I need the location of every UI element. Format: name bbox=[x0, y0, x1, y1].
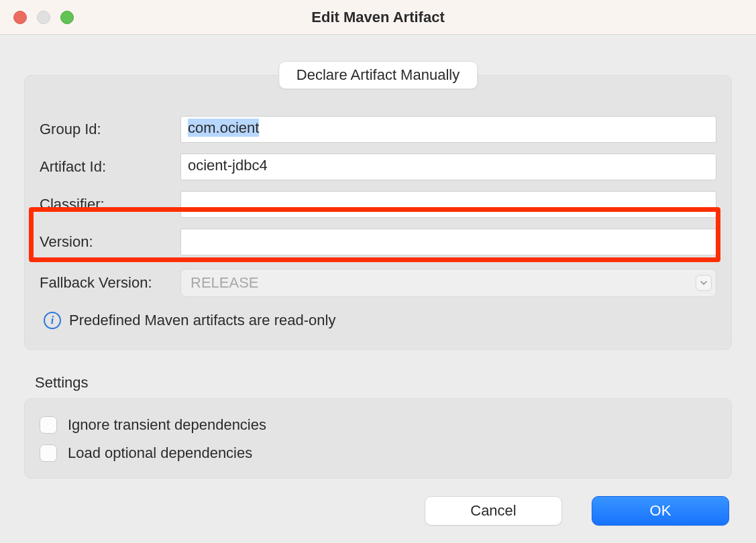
close-icon[interactable] bbox=[13, 11, 27, 24]
fallback-version-select[interactable]: RELEASE bbox=[180, 269, 716, 297]
info-text: Predefined Maven artifacts are read-only bbox=[69, 312, 335, 329]
fallback-version-value: RELEASE bbox=[191, 274, 259, 292]
group-id-label: Group Id: bbox=[40, 121, 180, 138]
dialog-buttons: Cancel OK bbox=[425, 496, 729, 526]
artifact-id-input[interactable]: ocient-jdbc4 bbox=[180, 154, 716, 180]
fallback-version-row: Fallback Version: RELEASE bbox=[40, 269, 716, 297]
ignore-transient-row: Ignore transient dependencies bbox=[40, 416, 716, 434]
settings-fieldset: Ignore transient dependencies Load optio… bbox=[24, 398, 732, 479]
cancel-label: Cancel bbox=[470, 502, 516, 520]
minimize-icon bbox=[37, 11, 50, 24]
info-icon: i bbox=[44, 312, 61, 329]
info-row: i Predefined Maven artifacts are read-on… bbox=[44, 312, 712, 329]
group-id-input[interactable]: com.ocient bbox=[180, 116, 716, 143]
settings-header: Settings bbox=[35, 374, 732, 391]
load-optional-checkbox[interactable] bbox=[40, 444, 57, 462]
dialog-content: Declare Artifact Manually Group Id: com.… bbox=[0, 75, 756, 479]
ok-label: OK bbox=[650, 502, 671, 520]
zoom-icon[interactable] bbox=[60, 11, 74, 24]
ok-button[interactable]: OK bbox=[592, 496, 729, 526]
load-optional-label: Load optional dependencies bbox=[68, 444, 252, 462]
artifact-id-row: Artifact Id: ocient-jdbc4 bbox=[40, 154, 716, 180]
artifact-id-value: ocient-jdbc4 bbox=[188, 157, 268, 174]
chevron-down-icon bbox=[696, 275, 712, 291]
fallback-version-label: Fallback Version: bbox=[40, 274, 180, 292]
classifier-row: Classifier: bbox=[40, 191, 716, 218]
group-id-row: Group Id: com.ocient bbox=[40, 116, 716, 143]
titlebar: Edit Maven Artifact bbox=[0, 0, 756, 35]
ignore-transient-checkbox[interactable] bbox=[40, 416, 57, 434]
classifier-input[interactable] bbox=[180, 191, 716, 218]
window-title: Edit Maven Artifact bbox=[0, 9, 756, 26]
window-controls bbox=[13, 11, 74, 24]
artifact-id-label: Artifact Id: bbox=[40, 158, 180, 176]
version-label: Version: bbox=[40, 233, 180, 251]
load-optional-row: Load optional dependencies bbox=[40, 444, 716, 462]
ignore-transient-label: Ignore transient dependencies bbox=[68, 416, 266, 434]
version-input[interactable] bbox=[180, 229, 716, 255]
cancel-button[interactable]: Cancel bbox=[425, 496, 562, 526]
classifier-label: Classifier: bbox=[40, 196, 180, 213]
edit-maven-artifact-dialog: Edit Maven Artifact Declare Artifact Man… bbox=[0, 0, 756, 543]
version-row: Version: bbox=[40, 229, 716, 255]
artifact-fieldset: Declare Artifact Manually Group Id: com.… bbox=[24, 75, 732, 350]
declare-artifact-manually-button[interactable]: Declare Artifact Manually bbox=[278, 61, 478, 89]
legend-label: Declare Artifact Manually bbox=[296, 66, 460, 83]
group-id-value: com.ocient bbox=[188, 119, 259, 137]
